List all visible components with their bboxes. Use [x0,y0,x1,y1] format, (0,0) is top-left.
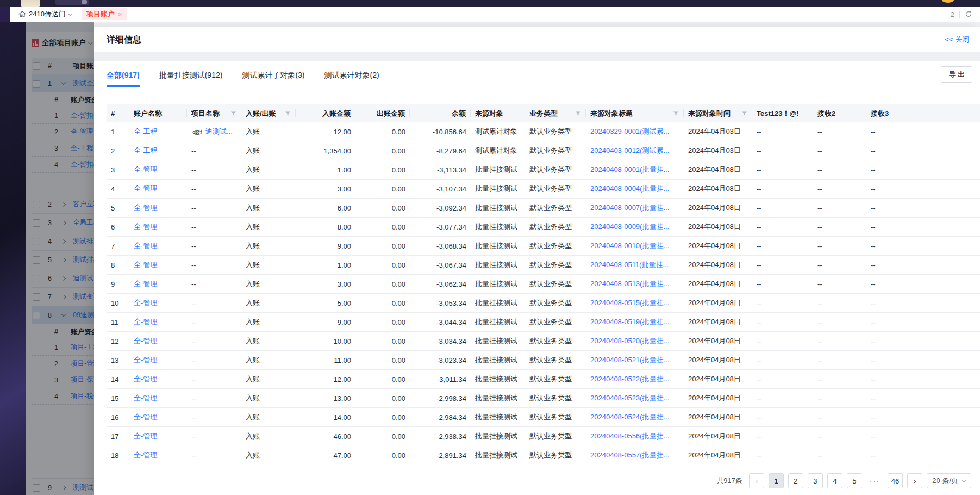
tab-project-account[interactable]: 项目账户 × [82,8,127,20]
cell-value-account[interactable]: 全-管理 [134,260,157,270]
cell-value-account[interactable]: 全-管理 [134,165,157,175]
page-button-5[interactable]: 5 [847,473,862,488]
cell-value-source_title[interactable]: 20240408-0524(批量挂... [590,412,669,422]
more-pages-button[interactable]: ··· [866,473,883,488]
filter-icon[interactable] [282,110,291,116]
cell-value-source_title[interactable]: 20240408-0009(批量挂... [590,222,669,232]
refresh-icon[interactable] [965,10,972,18]
cell-value-source_title[interactable]: 20240408-0515(批量挂... [590,298,669,308]
filter-icon[interactable] [670,110,679,116]
cell-value-project[interactable]: 迪测试... [205,127,233,137]
page-button-3[interactable]: 3 [808,473,823,488]
detail-tab-0[interactable]: 全部(917) [107,63,140,87]
cell-amount_in: 14.00 [296,413,355,422]
360-view-icon[interactable]: 360° [191,128,203,136]
cell-value-account[interactable]: 全-工程 [134,127,157,137]
cell-value-source_title[interactable]: 20240408-0520(批量挂... [590,336,669,346]
cell-value-account[interactable]: 全-管理 [134,393,157,403]
table-row[interactable]: 14全-管理--入账12.000.00-3,011.34批量挂接测试默认业务类型… [107,370,980,389]
cell-biz_type: 默认业务类型 [525,260,586,270]
export-button[interactable]: 导 出 [941,66,972,83]
cell-value-source_title[interactable]: 20240329-0001(测试累... [590,127,669,137]
cell-recv3: -- [866,394,932,403]
cell-value-account[interactable]: 全-管理 [134,412,157,422]
filter-icon[interactable] [738,110,747,116]
cell-value-account[interactable]: 全-管理 [134,317,157,327]
table-row[interactable]: 10全-管理--入账5.000.00-3,053.34批量挂接测试默认业务类型2… [107,294,980,313]
cell-direction: 入账 [241,393,296,403]
collapse-panel-link[interactable]: << 关闭 [945,35,969,45]
cell-value-source_title[interactable]: 20240408-0557(批量挂... [590,450,669,460]
cell-value-source: 测试累计对象 [475,146,517,156]
cell-source_title: 20240408-0004(批量挂... [586,184,684,194]
cell-value-source_title[interactable]: 20240408-0010(批量挂... [590,241,669,251]
table-row[interactable]: 2全-工程--入账1,354.000.00-8,279.64测试累计对象默认业务… [107,141,980,160]
close-tab-icon[interactable]: × [118,10,122,18]
page-button-4[interactable]: 4 [827,473,842,488]
next-page-button[interactable]: › [907,473,922,488]
detail-tab-2[interactable]: 测试累计子对象(3) [242,63,304,87]
home-portal-menu[interactable]: 2410传送门 [10,9,72,19]
table-row[interactable]: 8全-管理--入账1.000.00-3,067.34批量挂接测试默认业务类型20… [107,256,980,275]
table-row[interactable]: 17全-管理--入账46.000.00-2,938.34批量挂接测试默认业务类型… [107,427,980,446]
cell-amount_in: 13.00 [296,394,355,403]
cell-value-account[interactable]: 全-管理 [134,222,157,232]
detail-tab-3[interactable]: 测试累计对象(2) [324,63,379,87]
table-row[interactable]: 7全-管理--入账9.000.00-3,068.34批量挂接测试默认业务类型20… [107,237,980,256]
filter-icon[interactable] [572,110,581,116]
cell-value-account[interactable]: 全-管理 [134,298,157,308]
cell-source_title: 20240408-0513(批量挂... [586,279,684,289]
cell-value-source_title[interactable]: 20240408-0519(批量挂... [590,317,669,327]
cell-value-source_title[interactable]: 20240408-0523(批量挂... [590,393,669,403]
cell-value-project: -- [191,318,196,326]
prev-page-button[interactable]: ‹ [749,473,764,488]
table-row[interactable]: 19全-管理--入账48.000.00-2,843.34批量挂接测试默认业务类型… [107,465,980,469]
cell-value-source_title[interactable]: 20240408-0556(批量挂... [590,431,669,441]
table-row[interactable]: 16全-管理--入账14.000.00-2,984.34批量挂接测试默认业务类型… [107,408,980,427]
cell-value-account[interactable]: 全-工程 [134,146,157,156]
cell-value-account[interactable]: 全-管理 [134,203,157,213]
table-row[interactable]: 6全-管理--入账8.000.00-3,077.34批量挂接测试默认业务类型20… [107,218,980,237]
cell-value-source_title[interactable]: 20240408-0001(批量挂... [590,165,669,175]
cell-value-account[interactable]: 全-管理 [134,374,157,384]
cell-value-account[interactable]: 全-管理 [134,184,157,194]
cell-balance: -3,107.34 [410,185,471,193]
col-header-source_time: 来源对象时间 [684,109,752,117]
page-size-select[interactable]: 20 条/页 [927,473,971,488]
drawer-dim-overlay[interactable] [0,22,94,495]
cell-value-source_title[interactable]: 20240408-0007(批量挂... [590,203,669,213]
table-row[interactable]: 15全-管理--入账13.000.00-2,998.34批量挂接测试默认业务类型… [107,389,980,408]
page-button-1[interactable]: 1 [769,473,784,488]
table-row[interactable]: 11全-管理--入账9.000.00-3,044.34批量挂接测试默认业务类型2… [107,313,980,332]
table-row[interactable]: 4全-管理--入账3.000.00-3,107.34批量挂接测试默认业务类型20… [107,180,980,199]
table-row[interactable]: 1全-工程360°迪测试...入账12.000.00-10,856.64测试累计… [107,122,980,141]
table-row[interactable]: 18全-管理--入账47.000.00-2,891.34批量挂接测试默认业务类型… [107,446,980,465]
cell-recv3: -- [866,432,932,441]
user-avatar[interactable] [21,0,40,7]
table-row[interactable]: 3全-管理--入账1.000.00-3,113.34批量挂接测试默认业务类型20… [107,160,980,180]
page-button-46[interactable]: 46 [888,473,903,488]
table-row[interactable]: 5全-管理--入账6.000.00-3,092.34批量挂接测试默认业务类型20… [107,199,980,218]
table-row[interactable]: 13全-管理--入账11.000.00-3,023.34批量挂接测试默认业务类型… [107,351,980,370]
cell-value-account[interactable]: 全-管理 [134,431,157,441]
detail-tab-1[interactable]: 批量挂接测试(912) [159,63,223,87]
cell-value-account[interactable]: 全-管理 [134,355,157,365]
table-row[interactable]: 9全-管理--入账3.000.00-3,062.34批量挂接测试默认业务类型20… [107,275,980,294]
cell-account: 全-管理 [129,222,187,232]
cell-value-account[interactable]: 全-管理 [134,450,157,460]
cell-value-account[interactable]: 全-管理 [134,241,157,251]
cell-value-account[interactable]: 全-管理 [134,336,157,346]
cell-value-account[interactable]: 全-管理 [134,279,157,289]
page-button-2[interactable]: 2 [788,473,803,488]
cell-value-source_title[interactable]: 20240408-0522(批量挂... [590,374,669,384]
cell-value-source_title[interactable]: 20240408-0513(批量挂... [590,279,669,289]
cell-value-no: 15 [111,394,118,403]
cell-value-source_title[interactable]: 20240408-0521(批量挂... [590,355,669,365]
cell-direction: 入账 [241,260,296,270]
cell-value-source_title[interactable]: 20240408-0511(批量挂... [590,260,669,270]
table-row[interactable]: 12全-管理--入账10.000.00-3,034.34批量挂接测试默认业务类型… [107,332,980,351]
cell-value-source_title[interactable]: 20240408-0004(批量挂... [590,184,669,194]
top-search-input[interactable] [55,0,89,5]
filter-icon[interactable] [227,110,236,116]
cell-value-source_title[interactable]: 20240403-0012(测试累... [590,146,669,156]
